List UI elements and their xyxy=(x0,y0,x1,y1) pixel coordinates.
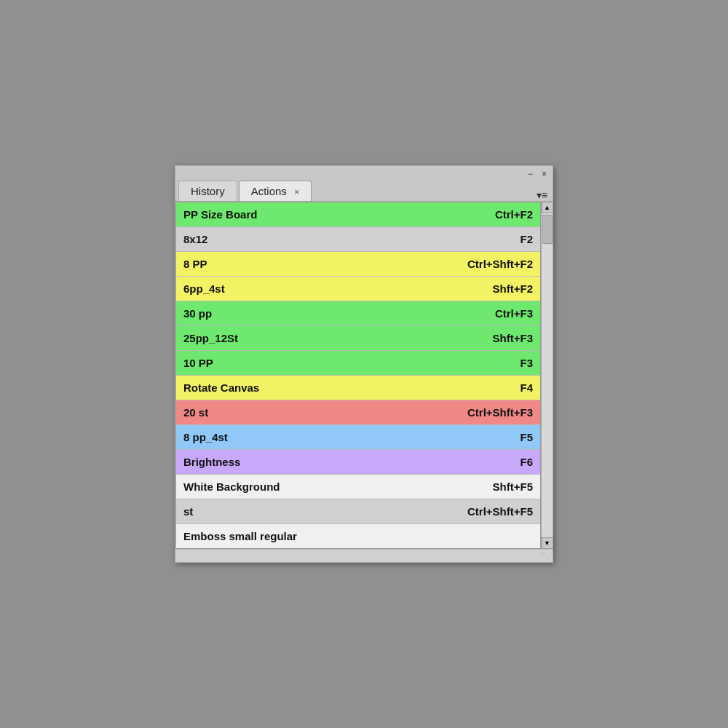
actions-panel: − × History Actions × ▾≡ PP Size BoardCt… xyxy=(175,165,553,563)
action-name: 8 PP xyxy=(183,258,207,270)
action-name: Rotate Canvas xyxy=(183,381,259,394)
tabs-row: History Actions × ▾≡ xyxy=(175,181,553,202)
action-item[interactable]: 6pp_4stShft+F2 xyxy=(176,277,540,301)
scroll-thumb[interactable] xyxy=(542,215,553,244)
action-name: 30 pp xyxy=(183,307,212,320)
resize-handle: ⋱ xyxy=(542,551,550,561)
tab-close-icon[interactable]: × xyxy=(294,187,299,197)
scroll-down-button[interactable]: ▼ xyxy=(542,537,553,549)
action-item[interactable]: 10 PPF3 xyxy=(176,351,540,376)
action-name: 25pp_12St xyxy=(183,332,238,344)
action-shortcut: Ctrl+Shft+F5 xyxy=(467,505,533,518)
minimize-button[interactable]: − xyxy=(526,169,534,179)
action-item[interactable]: White BackgroundShft+F5 xyxy=(176,475,540,499)
action-shortcut: F5 xyxy=(520,431,533,443)
action-name: White Background xyxy=(183,480,280,493)
actions-list: PP Size BoardCtrl+F28x12F28 PPCtrl+Shft+… xyxy=(175,202,541,549)
action-item[interactable]: PP Size BoardCtrl+F2 xyxy=(176,202,540,227)
action-shortcut: F4 xyxy=(520,381,533,394)
action-item[interactable]: 20 stCtrl+Shft+F3 xyxy=(176,400,540,425)
action-shortcut: F3 xyxy=(520,357,533,369)
action-item[interactable]: 8 PPCtrl+Shft+F2 xyxy=(176,252,540,277)
action-name: 20 st xyxy=(183,406,208,419)
action-name: Emboss small regular xyxy=(183,530,297,542)
action-name: 6pp_4st xyxy=(183,282,225,295)
content-area: PP Size BoardCtrl+F28x12F28 PPCtrl+Shft+… xyxy=(175,202,553,549)
action-item[interactable]: BrightnessF6 xyxy=(176,450,540,475)
scrollbar: ▲ ▼ xyxy=(541,202,553,549)
action-name: st xyxy=(183,505,193,518)
action-item[interactable]: 8x12F2 xyxy=(176,227,540,252)
scroll-track xyxy=(542,213,553,537)
close-button[interactable]: × xyxy=(540,169,548,179)
scroll-up-button[interactable]: ▲ xyxy=(542,202,553,213)
action-shortcut: Shft+F2 xyxy=(493,282,533,295)
action-shortcut: Shft+F5 xyxy=(493,480,533,493)
action-shortcut: Ctrl+F2 xyxy=(495,208,533,221)
action-shortcut: Ctrl+Shft+F2 xyxy=(467,258,533,270)
panel-menu-button[interactable]: ▾≡ xyxy=(534,189,550,201)
action-item[interactable]: 25pp_12StShft+F3 xyxy=(176,326,540,351)
action-shortcut: Shft+F3 xyxy=(493,332,533,344)
action-shortcut: F2 xyxy=(520,233,533,245)
action-name: 8 pp_4st xyxy=(183,431,228,443)
action-name: Brightness xyxy=(183,456,240,468)
action-item[interactable]: Emboss small regular xyxy=(176,524,540,548)
action-shortcut: Ctrl+Shft+F3 xyxy=(467,406,533,419)
action-item[interactable]: 30 ppCtrl+F3 xyxy=(176,301,540,326)
action-name: PP Size Board xyxy=(183,208,257,221)
tab-actions[interactable]: Actions × xyxy=(239,181,312,201)
action-name: 8x12 xyxy=(183,233,207,245)
action-name: 10 PP xyxy=(183,357,213,369)
action-item[interactable]: 8 pp_4stF5 xyxy=(176,425,540,450)
title-bar: − × xyxy=(175,166,553,181)
tab-history[interactable]: History xyxy=(178,181,237,201)
action-shortcut: F6 xyxy=(520,456,533,468)
action-item[interactable]: Rotate CanvasF4 xyxy=(176,376,540,400)
action-item[interactable]: stCtrl+Shft+F5 xyxy=(176,499,540,524)
bottom-bar: ⋱ xyxy=(175,549,553,562)
action-shortcut: Ctrl+F3 xyxy=(495,307,533,320)
